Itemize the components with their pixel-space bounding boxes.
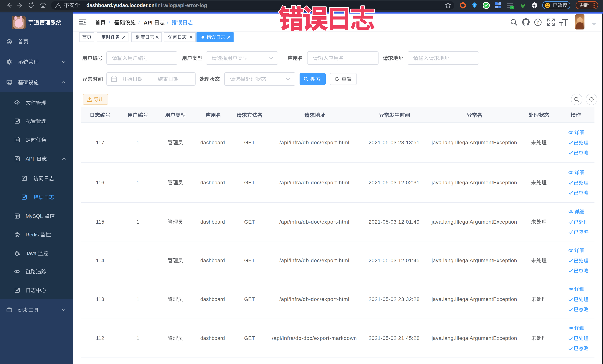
svg-text:?: ? — [537, 20, 539, 25]
svg-text:on: on — [511, 7, 513, 9]
